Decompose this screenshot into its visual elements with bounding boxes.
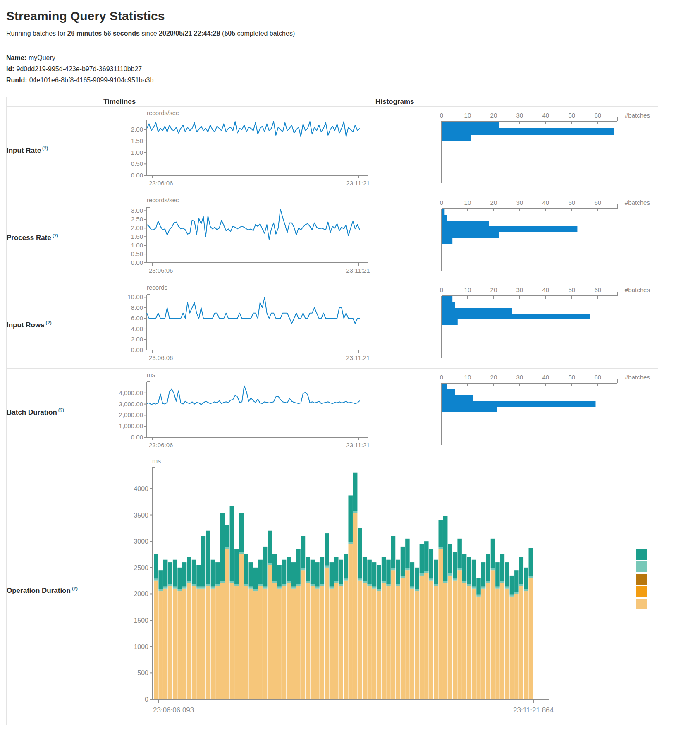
svg-text:20: 20 [490, 199, 497, 206]
column-header-histograms: Histograms [375, 97, 658, 106]
svg-text:23:06:06: 23:06:06 [149, 354, 173, 361]
svg-text:1.50: 1.50 [131, 233, 143, 240]
query-name-value: myQuery [29, 54, 55, 61]
process-rate-histogram-chart: 0102030405060#batches [375, 194, 658, 277]
svg-text:20: 20 [490, 286, 497, 293]
svg-text:4,000.00: 4,000.00 [119, 389, 143, 396]
input-rows-histogram-chart: 0102030405060#batches [375, 281, 658, 364]
svg-text:3,000.00: 3,000.00 [119, 400, 143, 407]
svg-text:0.00: 0.00 [131, 434, 143, 441]
svg-text:ms: ms [152, 458, 161, 465]
svg-text:23:06:06: 23:06:06 [149, 267, 173, 274]
svg-text:30: 30 [516, 199, 523, 206]
page-title: Streaming Query Statistics [6, 9, 700, 23]
svg-text:records/sec: records/sec [147, 197, 179, 204]
batch-duration-histogram-chart: 0102030405060#batches [375, 369, 658, 451]
svg-text:2000: 2000 [134, 590, 148, 597]
svg-text:4.00: 4.00 [131, 325, 143, 332]
input-rate-timeline-chart: records/sec2.001.501.000.500.0023:06:062… [103, 107, 375, 194]
summary-batch-count: 505 [224, 30, 235, 37]
query-runid-value: 04e101e6-8bf8-4165-9099-9104c951ba3b [29, 77, 154, 84]
svg-text:40: 40 [542, 286, 549, 293]
svg-text:60: 60 [594, 286, 601, 293]
summary-prefix: Running batches for [6, 30, 67, 37]
svg-text:1500: 1500 [134, 617, 148, 624]
svg-text:8.00: 8.00 [131, 304, 143, 311]
svg-text:0.50: 0.50 [131, 250, 143, 257]
query-id-value: 9d0dd219-995d-423e-b97d-36931110bb27 [17, 65, 142, 72]
svg-text:1.50: 1.50 [131, 137, 143, 144]
svg-text:23:11:21: 23:11:21 [346, 267, 370, 274]
svg-text:2.00: 2.00 [131, 224, 143, 231]
input-rate-row: Input Rate(?) records/sec2.001.501.000.5… [7, 106, 658, 194]
operation-duration-row: Operation Duration(?) ms4000350030002500… [7, 456, 658, 725]
svg-text:#batches: #batches [625, 374, 650, 381]
svg-text:3500: 3500 [134, 511, 148, 518]
svg-text:23:11:21: 23:11:21 [346, 180, 370, 187]
query-runid-row: RunId:04e101e6-8bf8-4165-9099-9104c951ba… [6, 74, 700, 86]
svg-text:23:06:06: 23:06:06 [149, 441, 173, 448]
query-name-row: Name:myQuery [6, 52, 700, 63]
help-icon[interactable]: (?) [53, 233, 58, 238]
svg-text:50: 50 [568, 374, 575, 381]
svg-text:60: 60 [594, 112, 601, 119]
svg-text:40: 40 [542, 112, 549, 119]
table-header-row: Timelines Histograms [7, 97, 658, 106]
svg-text:0.00: 0.00 [131, 259, 143, 266]
svg-text:500: 500 [137, 669, 148, 676]
column-header-timelines: Timelines [103, 97, 375, 106]
query-runid-label: RunId: [6, 77, 27, 84]
summary-since: since [140, 30, 159, 37]
batch-summary: Running batches for 26 minutes 56 second… [6, 30, 700, 37]
help-icon[interactable]: (?) [42, 146, 48, 151]
svg-text:23:06:06: 23:06:06 [149, 180, 173, 187]
input-rate-histogram-chart: 0102030405060#batches [375, 107, 658, 189]
svg-text:2.00: 2.00 [131, 336, 143, 343]
svg-text:#batches: #batches [625, 286, 650, 293]
svg-text:2,000.00: 2,000.00 [119, 411, 143, 418]
svg-text:30: 30 [516, 286, 523, 293]
svg-text:10.00: 10.00 [127, 293, 143, 300]
help-icon[interactable]: (?) [58, 408, 64, 412]
svg-text:0.50: 0.50 [131, 160, 143, 167]
svg-text:0: 0 [145, 696, 148, 703]
svg-text:1.00: 1.00 [131, 149, 143, 156]
svg-text:20: 20 [490, 112, 497, 119]
svg-text:10: 10 [464, 112, 471, 119]
help-icon[interactable]: (?) [46, 320, 52, 325]
metric-label-operation-duration: Operation Duration(?) [7, 456, 103, 725]
svg-text:records/sec: records/sec [147, 109, 179, 116]
svg-text:60: 60 [594, 374, 601, 381]
summary-paren-close: completed batches) [235, 30, 295, 37]
process-rate-row: Process Rate(?) records/sec3.002.502.001… [7, 194, 658, 281]
batch-duration-row: Batch Duration(?) ms4,000.003,000.002,00… [7, 368, 658, 456]
svg-text:0: 0 [440, 374, 443, 381]
svg-text:60: 60 [594, 199, 601, 206]
svg-text:#batches: #batches [625, 199, 650, 206]
svg-text:23:11:21: 23:11:21 [346, 441, 370, 448]
svg-text:ms: ms [147, 371, 155, 378]
streaming-query-statistics-page: Streaming Query Statistics Running batch… [0, 0, 700, 734]
svg-text:1.00: 1.00 [131, 242, 143, 249]
svg-text:0.00: 0.00 [131, 172, 143, 179]
help-icon[interactable]: (?) [72, 586, 78, 591]
svg-text:23:11:21.864: 23:11:21.864 [513, 706, 554, 714]
metric-label-input-rows: Input Rows(?) [7, 281, 103, 368]
svg-text:3000: 3000 [134, 538, 148, 545]
svg-text:10: 10 [464, 199, 471, 206]
svg-text:10: 10 [464, 286, 471, 293]
svg-text:1000: 1000 [134, 643, 148, 650]
svg-text:0.00: 0.00 [131, 346, 143, 353]
operation-duration-chart: ms4000350030002500200015001000500023:06:… [103, 456, 658, 725]
svg-text:0: 0 [440, 112, 443, 119]
svg-text:#batches: #batches [625, 112, 650, 119]
svg-text:1,000.00: 1,000.00 [119, 422, 143, 429]
svg-text:3.00: 3.00 [131, 207, 143, 214]
svg-text:50: 50 [568, 112, 575, 119]
metric-label-process-rate: Process Rate(?) [7, 194, 103, 281]
svg-text:40: 40 [542, 374, 549, 381]
svg-text:0: 0 [440, 286, 443, 293]
summary-start-time: 2020/05/21 22:44:28 [159, 30, 220, 37]
summary-duration: 26 minutes 56 seconds [67, 30, 140, 37]
svg-text:20: 20 [490, 374, 497, 381]
